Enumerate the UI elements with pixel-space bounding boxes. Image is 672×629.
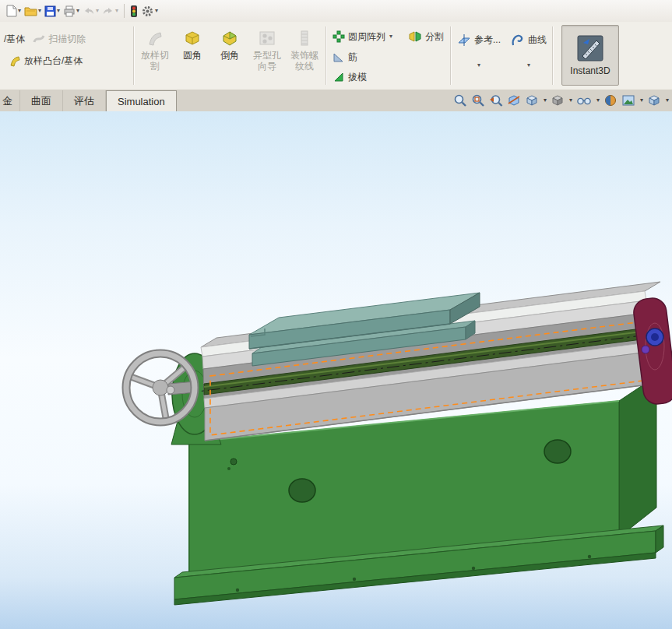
button-label: 圆周阵列: [348, 30, 385, 44]
chevron-down-icon[interactable]: ▾: [76, 8, 79, 14]
hole-wizard-icon: [258, 29, 276, 47]
chevron-down-icon[interactable]: ▾: [389, 33, 392, 40]
tab-label: Simulation: [118, 96, 165, 107]
print-icon: [63, 5, 76, 17]
options-button[interactable]: ▾: [139, 2, 160, 19]
zoom-to-fit-icon[interactable]: [453, 93, 467, 107]
loft-cut-button[interactable]: 放样切割: [136, 25, 174, 90]
curves-button[interactable]: 曲线 ▾: [507, 26, 550, 90]
rib-button[interactable]: 筋: [329, 47, 396, 67]
button-label: 参考...: [474, 33, 501, 47]
loft-cut-icon: [146, 29, 164, 47]
rib-icon: [332, 51, 345, 63]
chevron-down-icon[interactable]: ▾: [666, 97, 669, 104]
undo-button[interactable]: ▾: [81, 2, 100, 19]
chevron-down-icon[interactable]: ▾: [596, 97, 600, 104]
fillet-icon: [183, 29, 202, 47]
view-settings-icon[interactable]: [647, 93, 661, 107]
previous-view-icon[interactable]: [489, 93, 503, 107]
rebuild-traffic-light-icon: [130, 5, 138, 18]
button-label: 拔模: [348, 71, 367, 84]
hole-wizard-button[interactable]: 异型孔向导: [248, 25, 286, 90]
draft-icon: [332, 71, 345, 83]
section-view-icon[interactable]: [507, 93, 521, 107]
apply-scene-icon[interactable]: [621, 93, 635, 107]
ribbon-separator: [552, 26, 553, 85]
chamfer-icon: [220, 29, 239, 47]
ribbon-group-features-mid: 放样切割 圆角 倒角 异型孔向导 装饰螺纹线: [136, 22, 323, 90]
ribbon-group-features-left: /基体 扫描切除 放样凸台/基体: [0, 22, 131, 90]
chevron-down-icon[interactable]: ▾: [96, 8, 99, 14]
ribbon-group-pattern: 圆周阵列 ▾ 筋 拔模 分割: [329, 22, 448, 90]
cosmetic-thread-button[interactable]: 装饰螺纹线: [286, 25, 323, 90]
button-label: 筋: [348, 51, 357, 64]
reference-geometry-button[interactable]: 参考... ▾: [453, 26, 504, 90]
tab-evaluate[interactable]: 评估: [63, 90, 106, 111]
view-orientation-icon[interactable]: [525, 93, 539, 107]
tab-label: 曲面: [31, 94, 51, 108]
display-style-icon[interactable]: [551, 93, 565, 107]
chevron-down-icon[interactable]: ▾: [640, 97, 643, 104]
button-label: 装饰螺纹线: [287, 50, 322, 72]
loft-boss-base-icon: [9, 54, 21, 67]
button-label: 扫描切除: [48, 33, 86, 46]
loft-boss-base-button[interactable]: 放样凸台/基体: [5, 51, 86, 71]
chamfer-button[interactable]: 倒角: [211, 25, 248, 90]
chevron-down-icon[interactable]: ▾: [115, 8, 118, 14]
sweep-cut-icon: [33, 33, 45, 44]
split-button[interactable]: 分割: [404, 26, 448, 47]
edit-appearance-icon[interactable]: [603, 93, 617, 107]
graphics-area[interactable]: [0, 111, 672, 629]
circular-pattern-button[interactable]: 圆周阵列 ▾: [329, 26, 396, 47]
chevron-down-icon[interactable]: ▾: [18, 8, 21, 14]
chevron-down-icon[interactable]: ▾: [544, 97, 547, 104]
heads-up-view-toolbar: ▾ ▾ ▾ ▾ ▾: [453, 91, 669, 110]
redo-icon: [102, 6, 114, 16]
chevron-down-icon[interactable]: ▾: [155, 8, 158, 14]
tab-sheet-metal-partial[interactable]: 金: [0, 90, 20, 111]
tab-label: 金: [2, 94, 12, 108]
curves-icon: [510, 32, 526, 47]
chevron-down-icon[interactable]: ▾: [38, 8, 41, 14]
commandmanager-tab-bar: 金 曲面 评估 Simulation ▾ ▾ ▾ ▾ ▾: [0, 90, 672, 112]
button-label: 放样切割: [137, 50, 173, 72]
redo-button[interactable]: ▾: [100, 2, 120, 19]
instant3d-ruler-icon: [577, 35, 603, 61]
new-document-icon: [6, 5, 17, 17]
ribbon-separator: [325, 26, 326, 85]
print-button[interactable]: ▾: [62, 2, 81, 19]
undo-icon: [83, 6, 95, 16]
toolbar-separator: [124, 4, 125, 18]
instant3d-button[interactable]: Instant3D: [561, 25, 619, 86]
quick-access-toolbar: ▾ ▾ ▾ ▾ ▾ ▾ ▾: [0, 0, 672, 23]
chevron-down-icon[interactable]: ▾: [527, 62, 530, 69]
ribbon-separator: [450, 26, 451, 85]
chevron-down-icon[interactable]: ▾: [569, 97, 572, 104]
rebuild-button[interactable]: [128, 2, 139, 19]
save-icon: [44, 5, 56, 17]
tab-surfaces[interactable]: 曲面: [20, 90, 63, 111]
options-gear-icon: [141, 5, 154, 18]
cosmetic-thread-icon: [295, 29, 314, 47]
new-document-button[interactable]: ▾: [5, 2, 23, 19]
fillet-button[interactable]: 圆角: [174, 25, 211, 90]
ribbon-separator: [133, 26, 134, 85]
button-label: 异型孔向导: [249, 50, 285, 72]
chevron-down-icon[interactable]: ▾: [57, 8, 60, 14]
3d-model-machine[interactable]: [0, 111, 672, 629]
handwheel[interactable]: [126, 353, 196, 422]
chevron-down-icon[interactable]: ▾: [477, 62, 480, 69]
open-icon: [24, 5, 37, 16]
sweep-cut-button[interactable]: 扫描切除: [29, 29, 90, 49]
ribbon-group-reference: 参考... ▾ 曲线 ▾: [453, 22, 550, 90]
zoom-to-area-icon[interactable]: [471, 93, 485, 107]
save-button[interactable]: ▾: [43, 2, 62, 19]
draft-button[interactable]: 拔模: [329, 67, 396, 87]
boss-base-button-partial[interactable]: /基体: [0, 29, 29, 49]
button-label: 倒角: [212, 50, 248, 61]
ribbon-toolbar: /基体 扫描切除 放样凸台/基体 放样切割: [0, 22, 672, 90]
hide-show-items-icon[interactable]: [576, 94, 592, 107]
open-button[interactable]: ▾: [23, 2, 43, 19]
button-label: 分割: [425, 30, 444, 44]
tab-simulation[interactable]: Simulation: [106, 90, 177, 112]
